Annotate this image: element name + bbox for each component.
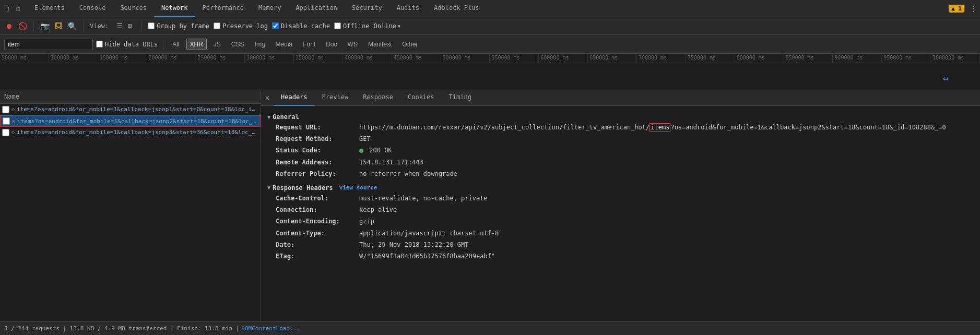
- tab-audits[interactable]: Audits: [389, 0, 427, 17]
- view-label: View:: [90, 22, 109, 30]
- timeline-tick-16: 850000 ms: [784, 54, 833, 63]
- request-method-label: Request Method:: [276, 134, 359, 144]
- tab-memory[interactable]: Memory: [251, 0, 288, 17]
- filter-input[interactable]: [4, 39, 93, 50]
- filter-ws[interactable]: WS: [344, 39, 361, 50]
- filter-css[interactable]: CSS: [228, 39, 248, 50]
- view-grid-icon[interactable]: ⊞: [125, 21, 135, 31]
- general-section-title: ▼ General: [267, 113, 974, 121]
- search-icon[interactable]: 🔍: [67, 21, 77, 31]
- tab-performance[interactable]: Performance: [195, 0, 251, 17]
- filter-js[interactable]: JS: [210, 39, 225, 50]
- request-checkbox-3[interactable]: [2, 129, 9, 136]
- content-type-label: Content-Type:: [276, 229, 359, 238]
- timeline-tick-5: 300000 ms: [245, 54, 294, 63]
- tab-elements[interactable]: Elements: [27, 0, 72, 17]
- filter-icon[interactable]: ⛾: [54, 21, 63, 31]
- details-tab-timing[interactable]: Timing: [442, 89, 479, 106]
- devtools-more-icon[interactable]: ⋮: [969, 4, 978, 13]
- tab-network[interactable]: Network: [154, 0, 195, 17]
- filter-img[interactable]: Img: [251, 39, 269, 50]
- status-code-value: 200 OK: [359, 146, 392, 155]
- details-content: ▼ General Request URL: https://m.douban.…: [261, 106, 980, 321]
- camera-icon[interactable]: 📷: [40, 21, 50, 31]
- view-list-icon[interactable]: ☰: [115, 21, 124, 31]
- request-url-label: Request URL:: [276, 123, 359, 133]
- details-tab-headers[interactable]: Headers: [274, 89, 315, 106]
- filter-doc[interactable]: Doc: [322, 39, 340, 50]
- etag-row: ETag: W/"15699f1a041d65b17576f8baa209eab…: [267, 252, 974, 261]
- requests-header: Name: [0, 89, 261, 104]
- hide-data-urls-label[interactable]: Hide data URLs: [96, 41, 158, 48]
- filter-xhr[interactable]: XHR: [186, 39, 207, 50]
- details-close-button[interactable]: ✕: [261, 89, 274, 106]
- filter-media[interactable]: Media: [272, 39, 297, 50]
- disable-cache-checkbox[interactable]: [272, 22, 279, 29]
- content-encoding-label: Content-Encoding:: [276, 217, 359, 226]
- timeline-tick-0: 50000 ms: [0, 54, 49, 63]
- filter-bar: Hide data URLs All XHR JS CSS Img Media …: [0, 35, 980, 54]
- preserve-log-checkbox[interactable]: [214, 22, 220, 29]
- remote-address-label: Remote Address:: [276, 158, 359, 168]
- cache-control-row: Cache-Control: must-revalidate, no-cache…: [267, 194, 974, 204]
- request-row-1[interactable]: ⊙ items?os=android&for_mobile=1&callback…: [0, 104, 261, 115]
- clear-icon[interactable]: 🚫: [18, 21, 27, 31]
- requests-list: ⊙ items?os=android&for_mobile=1&callback…: [0, 104, 261, 321]
- request-circle-icon-2: ⊙: [12, 118, 15, 124]
- requests-panel: Name ⊙ items?os=android&for_mobile=1&cal…: [0, 89, 261, 321]
- timeline-tick-11: 600000 ms: [539, 54, 588, 63]
- tab-application[interactable]: Application: [288, 0, 344, 17]
- tab-sources[interactable]: Sources: [113, 0, 154, 17]
- request-name-3: items?os=android&for_mobile=1&callback=j…: [17, 129, 258, 136]
- tab-adblock-plus[interactable]: Adblock Plus: [427, 0, 487, 17]
- toolbar-separator-3: [141, 21, 141, 31]
- top-nav: ⬚ ☐ Elements Console Sources Network Per…: [0, 0, 980, 17]
- network-toolbar: ⏺ 🚫 📷 ⛾ 🔍 View: ☰ ⊞ Group by frame Prese…: [0, 17, 980, 35]
- domcontentload-link[interactable]: DOMContentLoad...: [241, 325, 300, 332]
- request-checkbox-1[interactable]: [2, 106, 9, 113]
- timeline-tick-12: 650000 ms: [588, 54, 637, 63]
- content-encoding-row: Content-Encoding: gzip: [267, 217, 974, 226]
- hide-data-urls-checkbox[interactable]: [96, 41, 103, 47]
- request-checkbox-2[interactable]: [3, 117, 10, 125]
- timeline-tick-18: 950000 ms: [882, 54, 931, 63]
- timeline-tick-15: 800000 ms: [735, 54, 784, 63]
- details-tab-response[interactable]: Response: [356, 89, 400, 106]
- date-row: Date: Thu, 29 Nov 2018 13:22:20 GMT: [267, 240, 974, 250]
- tab-security[interactable]: Security: [345, 0, 389, 17]
- details-tab-cookies[interactable]: Cookies: [400, 89, 442, 106]
- timeline-tick-10: 550000 ms: [490, 54, 539, 63]
- status-code-row: Status Code: 200 OK: [267, 146, 974, 155]
- offline-checkbox[interactable]: [334, 22, 341, 29]
- timeline-tick-1: 100000 ms: [49, 54, 98, 63]
- general-triangle-icon: ▼: [267, 114, 270, 120]
- view-icons: ☰ ⊞: [115, 21, 135, 31]
- name-column-header: Name: [0, 89, 23, 103]
- details-tabs: ✕ Headers Preview Response Cookies Timin…: [261, 89, 980, 106]
- timeline-tick-3: 200000 ms: [147, 54, 196, 63]
- remote-address-row: Remote Address: 154.8.131.171:443: [267, 158, 974, 168]
- filter-all[interactable]: All: [169, 39, 183, 50]
- tab-console[interactable]: Console: [72, 0, 113, 17]
- preserve-log-label[interactable]: Preserve log: [214, 22, 268, 30]
- timeline: 50000 ms100000 ms150000 ms200000 ms25000…: [0, 54, 980, 89]
- offline-label[interactable]: Offline: [334, 22, 370, 30]
- filter-other[interactable]: Other: [398, 39, 421, 50]
- throttle-dropdown[interactable]: Online ▾: [373, 22, 401, 30]
- timeline-tick-13: 700000 ms: [637, 54, 686, 63]
- view-source-link[interactable]: view source: [339, 184, 377, 191]
- devtools-mobile-icon[interactable]: ☐: [14, 4, 23, 13]
- devtools-inspect-icon[interactable]: ⬚: [2, 4, 11, 13]
- record-icon[interactable]: ⏺: [4, 21, 14, 31]
- request-row-2[interactable]: ⊙ items?os=android&for_mobile=1&callback…: [0, 115, 261, 127]
- timeline-tick-7: 400000 ms: [343, 54, 392, 63]
- group-by-frame-checkbox[interactable]: [148, 22, 155, 29]
- details-tab-preview[interactable]: Preview: [315, 89, 356, 106]
- group-by-frame-label[interactable]: Group by frame: [148, 22, 209, 30]
- request-circle-icon-1: ⊙: [11, 106, 15, 112]
- request-row-3[interactable]: ⊙ items?os=android&for_mobile=1&callback…: [0, 127, 261, 138]
- request-method-value: GET: [359, 134, 371, 144]
- filter-font[interactable]: Font: [299, 39, 319, 50]
- filter-manifest[interactable]: Manifest: [364, 39, 395, 50]
- disable-cache-label[interactable]: Disable cache: [272, 22, 330, 30]
